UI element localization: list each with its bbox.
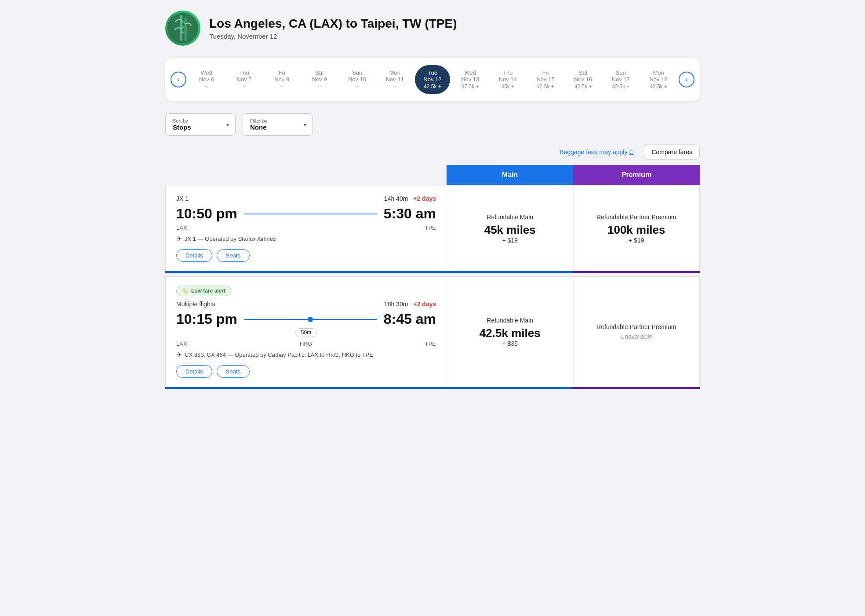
fare-premium-type: Refundable Partner Premium [596,214,676,221]
date-item[interactable]: Fri Nov 8 -- [264,65,299,94]
date-day-num: Nov 9 [312,76,327,83]
flight-card-wrapper: JX 1 14h 40m +2 days 10:50 pm 5:30 am LA… [165,186,700,273]
flight-times: 10:50 pm 5:30 am [176,206,436,222]
date-item[interactable]: Thu Nov 7 -- [227,65,262,94]
date-day-name: Wed [201,69,213,76]
flight-info: JX 1 14h 40m +2 days 10:50 pm 5:30 am LA… [166,186,447,271]
date-item[interactable]: Wed Nov 6 -- [189,65,224,94]
low-fare-icon: 🏷️ [182,288,189,294]
fare-main-cell[interactable]: Refundable Main 45k miles + $19 [447,186,574,271]
date-item[interactable]: Wed Nov 13 37.5k + [453,65,488,94]
fare-premium-cash: + $19 [629,237,644,244]
date-day-num: Nov 10 [348,76,366,83]
external-link-icon: ⬡ [629,149,633,155]
seats-button[interactable]: Seats [217,249,250,262]
date-day-num: Nov 17 [612,76,630,83]
fare-columns-header: Main Premium [165,165,700,185]
date-price: 42.5k + [574,83,592,90]
carousel-prev-button[interactable]: ‹ [171,72,186,87]
filter-dropdown[interactable]: Filter by None ▾ [243,113,313,136]
details-button[interactable]: Details [176,249,212,262]
flight-actions: Details Seats [176,365,436,378]
svg-rect-2 [185,18,187,41]
depart-time: 10:15 pm [176,311,237,327]
operated-by-text: JX 1 — Operated by Starlux Airlines [185,236,276,242]
fare-cells: Refundable Main 42.5k miles + $35 Refund… [447,277,699,387]
date-price: 42.5k + [650,83,667,90]
fare-premium-cell[interactable]: Refundable Partner Premium 100k miles + … [574,186,700,271]
date-day-name: Tue [428,69,437,76]
seats-button[interactable]: Seats [217,365,250,378]
date-day-name: Sun [352,69,362,76]
stopover-airport: HKG [300,341,312,347]
flight-actions: Details Seats [176,249,436,262]
date-day-name: Sun [616,69,626,76]
date-item[interactable]: Sat Nov 9 -- [302,65,337,94]
baggage-fees-link[interactable]: Baggage fees may apply ⬡ [560,149,633,156]
sort-chevron-icon: ▾ [226,122,229,128]
date-day-num: Nov 12 [423,76,441,83]
fare-premium-miles: 100k miles [607,223,665,237]
date-day-name: Wed [464,69,476,76]
flight-extra-days: +2 days [413,301,436,308]
date-item[interactable]: Mon Nov 18 42.5k + [641,65,676,94]
date-price: 42.5k + [537,83,554,90]
flight-duration: 14h 40m +2 days [384,195,436,202]
date-day-name: Fri [279,69,285,76]
flight-extra-days: +2 days [413,195,436,202]
date-item[interactable]: Fri Nov 15 42.5k + [528,65,563,94]
date-price: -- [205,83,208,90]
flight-header: Multiple flights 18h 30m +2 days [176,301,436,308]
sort-dropdown[interactable]: Sort by Stops ▾ [165,113,236,136]
date-item[interactable]: Tue Nov 12 42.5k + [415,65,450,94]
date-item[interactable]: Mon Nov 11 -- [377,65,412,94]
action-bar: Baggage fees may apply ⬡ Compare fares [165,145,700,159]
date-day-name: Mon [389,69,400,76]
carousel-next-button[interactable]: › [679,72,694,87]
date-price: -- [356,83,359,90]
fare-cells: Refundable Main 45k miles + $19 Refundab… [447,186,699,271]
date-day-name: Sat [579,69,588,76]
date-price: 45k + [501,83,514,90]
sort-filter-bar: Sort by Stops ▾ Filter by None ▾ [165,113,700,136]
flight-number: JX 1 [176,195,189,202]
date-item[interactable]: Thu Nov 14 45k + [491,65,526,94]
airline-logo-icon: ✈ [176,235,182,243]
fare-main-cell[interactable]: Refundable Main 42.5k miles + $35 [447,277,574,387]
avatar [165,11,200,46]
date-day-name: Fri [542,69,549,76]
date-day-num: Nov 8 [274,76,289,83]
fare-main-cash: + $19 [502,237,518,244]
date-item[interactable]: Sat Nov 16 42.5k + [566,65,601,94]
date-day-name: Thu [503,69,512,76]
flight-card-bottom-bar [165,271,700,273]
date-price: 42.5k + [424,83,441,90]
compare-fares-button[interactable]: Compare fares [644,145,700,159]
sort-value: Stops [173,123,191,131]
details-button[interactable]: Details [176,365,212,378]
date-price: -- [393,83,396,90]
flight-header: JX 1 14h 40m +2 days [176,195,436,202]
date-item[interactable]: Sun Nov 17 42.5k + [603,65,639,94]
page-header: Los Angeles, CA (LAX) to Taipei, TW (TPE… [165,11,700,46]
low-fare-text: Low fare alert [191,288,225,294]
arrive-time: 8:45 am [384,311,436,327]
flight-duration: 18h 30m +2 days [384,301,436,308]
date-price: -- [243,83,246,90]
sort-label: Sort by [173,118,188,123]
depart-airport: LAX [176,225,187,231]
date-day-num: Nov 18 [649,76,667,83]
flight-cards-container: JX 1 14h 40m +2 days 10:50 pm 5:30 am LA… [165,186,700,389]
fare-main-miles: 45k miles [484,223,536,237]
date-item[interactable]: Sun Nov 10 -- [340,65,375,94]
date-day-num: Nov 7 [237,76,252,83]
fare-premium-cell: Refundable Partner Premium Unavailable [574,277,700,387]
flight-card: 🏷️ Low fare alert Multiple flights 18h 3… [165,276,700,387]
flight-card-wrapper: 🏷️ Low fare alert Multiple flights 18h 3… [165,276,700,389]
depart-time: 10:50 pm [176,206,237,222]
flight-info: 🏷️ Low fare alert Multiple flights 18h 3… [166,277,447,387]
depart-airport: LAX [176,341,187,347]
svg-point-0 [167,13,198,43]
low-fare-badge: 🏷️ Low fare alert [176,286,231,296]
fare-premium-unavailable: Unavailable [620,333,652,340]
